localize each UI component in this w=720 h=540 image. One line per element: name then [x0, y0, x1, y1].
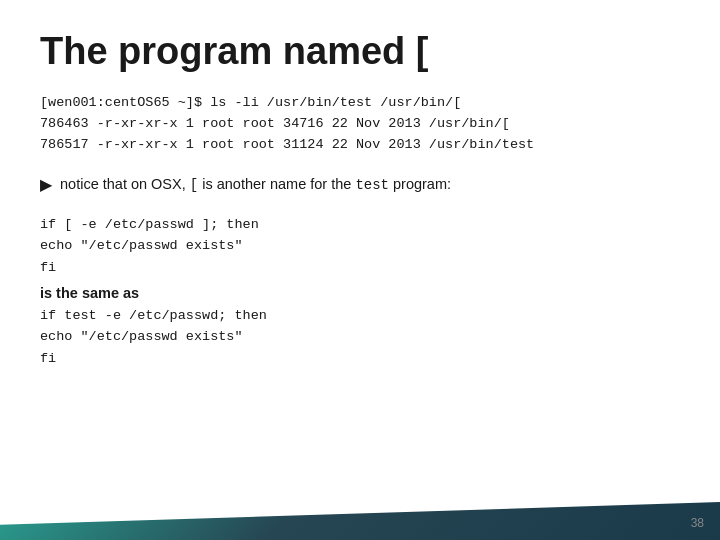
- bullet-text-after: is another name for the: [202, 176, 355, 192]
- test-code: test: [355, 177, 389, 193]
- cmd-line-3: 786517 -r-xr-xr-x 1 root root 31124 22 N…: [40, 135, 680, 156]
- code1-line3: fi: [40, 257, 680, 279]
- slide-title: The program named [: [40, 30, 680, 73]
- cmd-line-2: 786463 -r-xr-xr-x 1 root root 34716 22 N…: [40, 114, 680, 135]
- bullet-point: ▶ notice that on OSX, [ is another name …: [40, 174, 680, 196]
- bullet-text-before: notice that on OSX,: [60, 176, 186, 192]
- code1-line2: echo "/etc/passwd exists": [40, 235, 680, 257]
- code2-line3: fi: [40, 348, 680, 370]
- bullet-arrow-icon: ▶: [40, 175, 52, 194]
- code1-line1: if [ -e /etc/passwd ]; then: [40, 214, 680, 236]
- slide-number: 38: [691, 516, 704, 530]
- code2-line2: echo "/etc/passwd exists": [40, 326, 680, 348]
- bracket-code: [: [190, 177, 198, 193]
- cmd-line-1: [wen001:centOS65 ~]$ ls -li /usr/bin/tes…: [40, 93, 680, 114]
- slide: The program named [ [wen001:centOS65 ~]$…: [0, 0, 720, 540]
- middle-text: is the same as: [40, 285, 680, 301]
- code-block-1: if [ -e /etc/passwd ]; then echo "/etc/p…: [40, 214, 680, 279]
- bottom-decoration-bar: [0, 502, 720, 540]
- bullet-content: notice that on OSX, [ is another name fo…: [60, 174, 451, 196]
- bullet-text-end: program:: [393, 176, 451, 192]
- command-block: [wen001:centOS65 ~]$ ls -li /usr/bin/tes…: [40, 93, 680, 156]
- code-block-2: if test -e /etc/passwd; then echo "/etc/…: [40, 305, 680, 370]
- code2-line1: if test -e /etc/passwd; then: [40, 305, 680, 327]
